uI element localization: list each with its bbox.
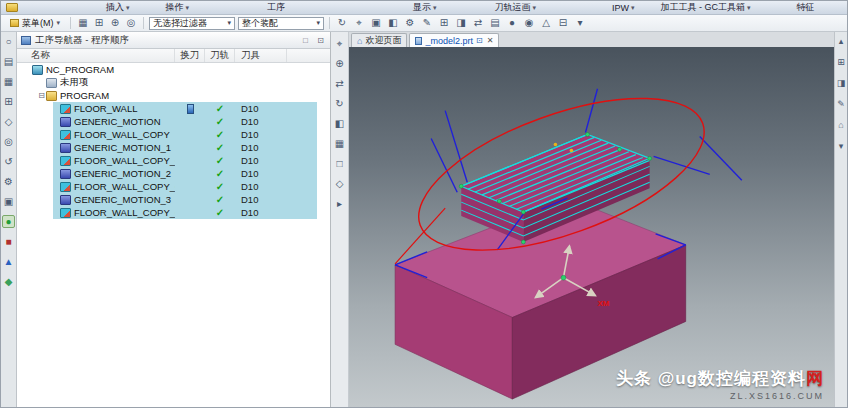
material-icon[interactable]: ◉ — [522, 17, 536, 30]
history-icon[interactable]: ↺ — [2, 155, 15, 168]
navigator-row[interactable]: NC_PROGRAM — [17, 63, 330, 76]
rotate-view-icon[interactable]: ↻ — [333, 97, 347, 110]
datum-icon[interactable]: △ — [539, 17, 553, 30]
part-file-icon — [415, 37, 422, 45]
navigator-row[interactable]: GENERIC_MOTION✓D10 — [17, 115, 330, 128]
navigator-row[interactable]: GENERIC_MOTION_3✓D10 — [17, 193, 330, 206]
clip-section-icon[interactable]: ◧ — [333, 117, 347, 130]
ribbon-tab-1[interactable]: 插入▾ — [106, 1, 130, 14]
maximize-view-icon[interactable]: ⊞ — [835, 56, 847, 69]
navigator-tree: NC_PROGRAM未用项⊟PROGRAMFLOOR_WALL✓D10GENER… — [17, 63, 330, 407]
ribbon-tab-5[interactable]: 刀轨运画▾ — [495, 1, 537, 14]
tool-cell — [235, 76, 287, 89]
scroll-down-icon[interactable]: ▾ — [835, 140, 847, 153]
toolpath-generated-check-icon: ✓ — [216, 182, 224, 192]
swap-view-icon[interactable]: ⇄ — [471, 17, 485, 30]
assembly-navigator-icon[interactable]: ▤ — [2, 55, 15, 68]
home-view-icon[interactable]: ⌂ — [835, 119, 847, 132]
constraint-navigator-icon[interactable]: ▦ — [2, 75, 15, 88]
menu-button[interactable]: 菜单(M) ▾ — [5, 16, 65, 30]
application-menu-icon[interactable] — [6, 3, 18, 12]
render-style-icon[interactable]: ● — [505, 17, 519, 30]
node-label: FLOOR_WALL_COPY_COPY — [74, 155, 175, 166]
viewport-tab-welcome[interactable]: ⌂欢迎页面 — [351, 33, 407, 47]
hd3d-tools-icon[interactable]: ◎ — [2, 135, 15, 148]
shaded-wireframe-icon[interactable]: ▦ — [333, 137, 347, 150]
navigator-row[interactable]: ⊟PROGRAM — [17, 89, 330, 102]
ribbon-tab-2[interactable]: 操作▾ — [166, 1, 190, 14]
ribbon-tab-4[interactable]: 显示▾ — [413, 1, 437, 14]
highlight-icon[interactable]: ◎ — [124, 17, 138, 30]
right-edge-bar: ▴⊞◨✎⌂▾ — [834, 32, 847, 407]
visualization-icon[interactable]: ▲ — [2, 255, 15, 268]
panel-float-button[interactable]: □ — [300, 36, 311, 45]
selection-scope-icon[interactable]: ⊕ — [108, 17, 122, 30]
grid-icon[interactable]: ⊞ — [437, 17, 451, 30]
toolpath-generated-check-icon: ✓ — [216, 195, 224, 205]
more-views-icon[interactable]: ▸ — [333, 197, 347, 210]
ribbon-tab-3[interactable]: 工序 — [267, 1, 285, 14]
refresh-icon[interactable]: ↻ — [335, 17, 349, 30]
main-area: ○▤▦⊞◇◎↺⚙▣●■▲◆ 工序导航器 - 程序顺序 □ ⊡ 名称 换刀 刀轨 … — [1, 32, 847, 407]
navigator-row[interactable]: FLOOR_WALL✓D10 — [17, 102, 330, 115]
annotate-icon[interactable]: ✎ — [835, 98, 847, 111]
expander-icon[interactable]: ⊟ — [37, 91, 46, 100]
ribbon-tab-7[interactable]: 加工工具 - GC工具箱▾ — [661, 1, 751, 14]
system-material-icon[interactable]: ■ — [2, 235, 15, 248]
selection-filter-icon[interactable]: ▦ — [76, 17, 90, 30]
preferences-icon[interactable]: ⚙ — [403, 17, 417, 30]
edit-object-icon[interactable]: ✎ — [420, 17, 434, 30]
navigator-row[interactable]: FLOOR_WALL_COPY_COPY✓D10 — [17, 154, 330, 167]
graphics-canvas[interactable]: XM 头条 @ug数控编程资料网 ZL.XS1616.CUM — [349, 47, 834, 407]
navigator-row[interactable]: FLOOR_WALL_COPY✓D10 — [17, 128, 330, 141]
templates-icon[interactable]: ◆ — [2, 275, 15, 288]
column-header-name[interactable]: 名称 — [17, 49, 175, 62]
reuse-library-icon[interactable]: ◇ — [2, 115, 15, 128]
navigator-title: 工序导航器 - 程序顺序 — [35, 34, 129, 47]
scroll-up-icon[interactable]: ▴ — [835, 35, 847, 48]
zoom-icon[interactable]: ⊕ — [333, 57, 347, 70]
3d-scene: XM — [349, 47, 834, 407]
navigator-row[interactable]: GENERIC_MOTION_1✓D10 — [17, 141, 330, 154]
node-label: GENERIC_MOTION_1 — [74, 142, 171, 153]
folder-unused-icon — [46, 78, 57, 88]
navigator-row[interactable]: FLOOR_WALL_COPY_COPY_1✓D10 — [17, 180, 330, 193]
snap-point-icon[interactable]: ⊞ — [92, 17, 106, 30]
split-screen-icon[interactable]: ◨ — [835, 77, 847, 90]
viewport-tab-label: _model2.prt — [425, 36, 473, 46]
tool-cell: D10 — [235, 206, 287, 219]
front-view-icon[interactable]: □ — [333, 157, 347, 170]
window-pane-icon[interactable]: ◨ — [454, 17, 468, 30]
process-studio-icon[interactable]: ▣ — [2, 195, 15, 208]
navigator-row[interactable]: FLOOR_WALL_COPY_COPY_2✓D10 — [17, 206, 330, 219]
pan-icon[interactable]: ⇄ — [333, 77, 347, 90]
selection-filter-combobox[interactable]: 无选择过滤器 ▾ — [149, 17, 235, 30]
show-hide-icon[interactable]: ▣ — [369, 17, 383, 30]
column-header-tool[interactable]: 刀具 — [235, 49, 287, 62]
layer-settings-icon[interactable]: ▤ — [488, 17, 502, 30]
selection-scope-value: 整个装配 — [242, 17, 278, 30]
dropdown-arrow-icon: ▾ — [533, 4, 537, 12]
column-header-toolchange[interactable]: 换刀 — [175, 49, 205, 62]
tool-cell — [235, 89, 287, 102]
navigator-row[interactable]: GENERIC_MOTION_2✓D10 — [17, 167, 330, 180]
navigator-row[interactable]: 未用项 — [17, 76, 330, 89]
column-header-toolpath[interactable]: 刀轨 — [205, 49, 235, 62]
trimetric-view-icon[interactable]: ◇ — [333, 177, 347, 190]
operation-navigator-icon[interactable]: ● — [2, 215, 15, 228]
fit-view-icon[interactable]: ⌖ — [333, 37, 347, 50]
point-constructor-icon[interactable]: ⌖ — [352, 17, 366, 30]
part-navigator-icon[interactable]: ⊞ — [2, 95, 15, 108]
section-view-icon[interactable]: ◧ — [386, 17, 400, 30]
selection-scope-combobox[interactable]: 整个装配 ▾ — [238, 17, 324, 30]
viewport-tab-part[interactable]: _model2.prt⊡✕ — [409, 33, 499, 47]
ribbon-tab-6[interactable]: IPW▾ — [612, 3, 635, 13]
machining-wizard-icon[interactable]: ⚙ — [2, 175, 15, 188]
ribbon-tab-8[interactable]: 特征 — [797, 1, 815, 14]
more-commands-icon[interactable]: ▾ — [573, 17, 587, 30]
collapse-icon[interactable]: ⊟ — [556, 17, 570, 30]
panel-menu-button[interactable]: ⊡ — [315, 36, 326, 45]
toolpath-generated-check-icon: ✓ — [216, 208, 224, 218]
close-tab-icon[interactable]: ✕ — [487, 36, 494, 45]
roles-icon[interactable]: ○ — [2, 35, 15, 48]
